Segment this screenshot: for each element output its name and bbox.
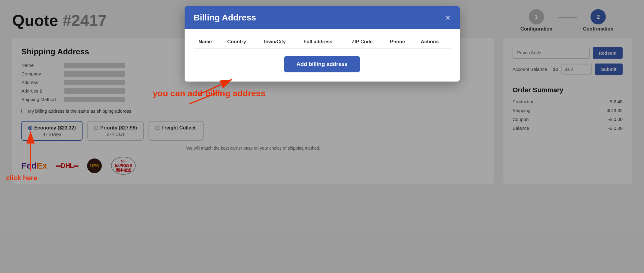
col-address: Full address: [299, 35, 347, 49]
modal-overlay[interactable]: Billing Address × Name Country Town/City…: [0, 0, 644, 273]
col-zip: ZIP Code: [347, 35, 385, 49]
add-billing-address-button[interactable]: Add billing address: [284, 56, 360, 72]
modal-title: Billing Address: [194, 13, 256, 23]
address-table: Name Country Town/City Full address ZIP …: [194, 35, 451, 49]
modal-body: Name Country Town/City Full address ZIP …: [185, 29, 460, 82]
modal-header: Billing Address ×: [185, 6, 460, 29]
col-name: Name: [194, 35, 223, 49]
modal-close-button[interactable]: ×: [445, 13, 450, 22]
billing-address-modal: Billing Address × Name Country Town/City…: [185, 6, 460, 82]
col-country: Country: [223, 35, 258, 49]
col-actions: Actions: [416, 35, 451, 49]
col-phone: Phone: [385, 35, 416, 49]
page-background: Quote #2417 1 Configuration 2 Confirmati…: [0, 0, 644, 273]
col-city: Town/City: [258, 35, 299, 49]
